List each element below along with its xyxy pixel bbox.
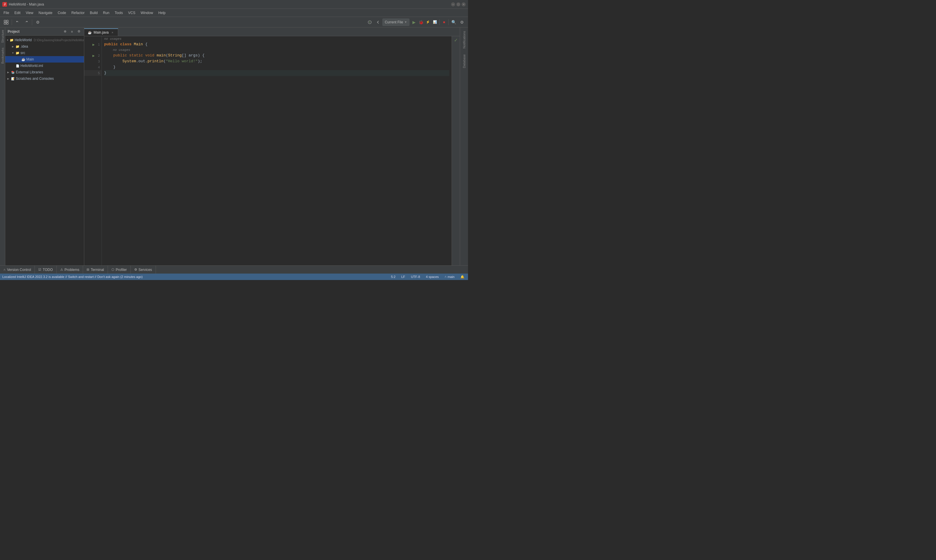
run-gutter-btn-2[interactable]: ▶ — [93, 54, 95, 57]
run-gutter-btn-1[interactable]: ▶ — [93, 43, 95, 46]
run-configuration[interactable]: Current File ▼ — [382, 18, 410, 26]
kw-static: static — [129, 52, 143, 58]
hint-line-method: no usages — [104, 47, 449, 52]
menu-vcs[interactable]: VCS — [126, 10, 138, 16]
menu-refactor[interactable]: Refactor — [69, 10, 87, 16]
run-button[interactable]: ▶ — [411, 19, 417, 25]
library-icon: 📚 — [11, 70, 15, 74]
line-num-5: 5 — [96, 71, 100, 75]
line-num-2: 2 — [96, 54, 100, 57]
settings-gear-button[interactable]: ⚙ — [458, 18, 466, 26]
menu-code[interactable]: Code — [55, 10, 68, 16]
project-structure-button[interactable] — [2, 18, 10, 26]
project-collapse[interactable]: ≡ — [69, 29, 75, 34]
close-button[interactable]: × — [461, 2, 466, 6]
tree-item-src[interactable]: ▼ 📁 src — [5, 50, 84, 56]
bottom-tab-version-control[interactable]: ⑃ Version Control — [0, 266, 35, 274]
code-editor[interactable]: ▶ 1 ▶ 2 3 4 5 — [84, 36, 460, 265]
bottom-tab-todo[interactable]: ☑ TODO — [35, 266, 57, 274]
folder-icon-helloworld: 📁 — [10, 38, 14, 42]
tree-arrow-ext-libs: ▶ — [6, 71, 10, 74]
gutter-line-2: ▶ 2 — [84, 52, 102, 58]
editor-tab-main[interactable]: ☕ Main.java × — [84, 28, 118, 36]
debug-button[interactable]: 🐞 — [418, 19, 424, 25]
search-everywhere-button[interactable]: 🔍 — [450, 18, 458, 26]
tab-icon-main: ☕ — [88, 31, 92, 34]
main-container: Structure Bookmarks Project ⊕ ≡ ⚙ ▼ 📁 He… — [0, 28, 468, 265]
bottom-tab-problems[interactable]: ⚠ Problems — [57, 266, 83, 274]
bookmarks-panel-toggle[interactable]: Bookmarks — [0, 45, 5, 66]
problems-icon: ⚠ — [60, 268, 63, 272]
tree-item-helloworld[interactable]: ▼ 📁 HelloWorld D:\DingJiaxiong\IdeaProje… — [5, 37, 84, 43]
project-scroll-to-source[interactable]: ⊕ — [62, 29, 68, 34]
menu-window[interactable]: Window — [138, 10, 156, 16]
kw-public-2: public — [113, 52, 127, 58]
kw-void: void — [145, 52, 154, 58]
tree-item-iml[interactable]: ▶ 📄 HelloWorld.iml — [5, 63, 84, 69]
tree-label-main: Main — [26, 57, 34, 62]
vcs-update-button[interactable] — [366, 18, 373, 26]
code-content[interactable]: no usages public class Main { no usages — [102, 36, 452, 265]
statusbar-notifications[interactable]: 🔔 — [459, 275, 466, 279]
bottom-tab-services[interactable]: ⚙ Services — [131, 266, 156, 274]
tree-item-idea[interactable]: ▶ 📁 .idea — [5, 43, 84, 50]
project-gear[interactable]: ⚙ — [76, 29, 82, 34]
stop-button[interactable]: ■ — [441, 19, 447, 25]
structure-panel-toggle[interactable]: Structure — [0, 28, 5, 45]
menu-build[interactable]: Build — [88, 10, 100, 16]
menu-tools[interactable]: Tools — [112, 10, 125, 16]
tree-arrow-scratches: ▶ — [6, 77, 10, 80]
database-panel-toggle[interactable]: Database — [463, 52, 466, 71]
tab-close-main[interactable]: × — [110, 31, 114, 34]
menu-run[interactable]: Run — [100, 10, 112, 16]
menu-edit[interactable]: Edit — [12, 10, 23, 16]
tree-item-scratches[interactable]: ▶ 📝 Scratches and Consoles — [5, 75, 84, 82]
menu-file[interactable]: File — [1, 10, 11, 16]
project-panel-header: Project ⊕ ≡ ⚙ — [5, 28, 84, 35]
hint-line-class: no usages — [104, 36, 449, 42]
folder-icon-src: 📁 — [15, 51, 20, 55]
statusbar-right: 5:2 LF UTF-8 4 spaces ⑃ main 🔔 — [390, 275, 466, 279]
statusbar: Localized IntelliJ IDEA 2022.3.2 is avai… — [0, 274, 468, 280]
line-num-4: 4 — [96, 65, 100, 69]
project-panel: Project ⊕ ≡ ⚙ ▼ 📁 HelloWorld D:\DingJiax… — [5, 28, 84, 265]
menu-view[interactable]: View — [23, 10, 36, 16]
vcs-back-button[interactable] — [374, 18, 382, 26]
tree-label-src: src — [20, 51, 25, 55]
terminal-icon: ⊟ — [86, 268, 89, 272]
settings-button[interactable]: ⚙ — [34, 18, 42, 26]
statusbar-git[interactable]: ⑃ main — [443, 275, 456, 279]
project-panel-title: Project — [8, 29, 60, 34]
maximize-button[interactable]: □ — [456, 2, 460, 6]
tree-label-helloworld: HelloWorld — [15, 38, 32, 42]
gutter-hint-0 — [84, 36, 102, 42]
code-line-3: System . out . println ( "Hello world!" … — [104, 58, 449, 64]
bottom-tab-profiler[interactable]: ⬡ Profiler — [108, 266, 131, 274]
minimize-button[interactable]: – — [451, 2, 455, 6]
notifications-panel-toggle[interactable]: Notifications — [463, 29, 466, 51]
statusbar-line-separator[interactable]: LF — [400, 275, 406, 279]
statusbar-indent[interactable]: 4 spaces — [425, 275, 440, 279]
statusbar-position[interactable]: 5:2 — [390, 275, 396, 279]
bottom-tab-version-control-label: Version Control — [7, 268, 31, 272]
svg-rect-2 — [4, 23, 6, 24]
right-sidebar-icons: Notifications Database — [460, 28, 468, 265]
menu-navigate[interactable]: Navigate — [36, 10, 55, 16]
tree-item-ext-libs[interactable]: ▶ 📚 External Libraries — [5, 69, 84, 75]
notifications-panel: ✓ — [452, 36, 460, 265]
checkmark-icon: ✓ — [454, 37, 458, 43]
coverage-button[interactable]: ⚡ — [425, 19, 431, 25]
undo-button[interactable] — [14, 18, 22, 26]
string-literal: "Hello world!" — [166, 58, 198, 64]
left-vertical-labels: Structure Bookmarks — [0, 28, 5, 265]
statusbar-encoding[interactable]: UTF-8 — [410, 275, 421, 279]
tree-arrow-helloworld: ▼ — [6, 38, 9, 42]
statusbar-message: Localized IntelliJ IDEA 2022.3.2 is avai… — [2, 275, 387, 278]
bottom-tab-terminal[interactable]: ⊟ Terminal — [83, 266, 108, 274]
java-icon-main: ☕ — [22, 57, 25, 62]
redo-button[interactable] — [23, 18, 30, 26]
profile-button[interactable]: 📊 — [432, 19, 438, 25]
tree-item-main[interactable]: ▶ ☕ Main — [5, 56, 84, 63]
menu-help[interactable]: Help — [156, 10, 168, 16]
run-config-label: Current File — [385, 20, 403, 24]
